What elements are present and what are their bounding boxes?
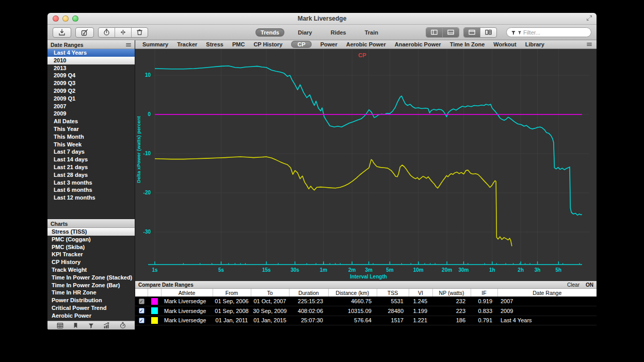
list-item[interactable]: Time In Power Zone (Stacked) <box>47 274 135 282</box>
clock-icon[interactable] <box>119 322 126 329</box>
column-header[interactable] <box>135 289 148 297</box>
list-item[interactable]: Track Weight <box>47 266 135 274</box>
menu-icon[interactable] <box>125 42 132 47</box>
list-item[interactable]: 2007 <box>47 103 135 110</box>
download-button[interactable] <box>53 27 71 38</box>
column-header[interactable]: Distance (km) <box>328 289 377 297</box>
funnel-icon[interactable] <box>88 322 94 329</box>
view-tab-trends[interactable]: Trends <box>255 28 284 37</box>
list-item[interactable]: Aerobic Power <box>47 312 135 320</box>
view-tab-train[interactable]: Train <box>360 28 383 37</box>
list-item[interactable]: 2009 Q2 <box>47 87 135 95</box>
list-item[interactable]: Last 21 days <box>47 163 135 171</box>
tab-anaerobic-power[interactable]: Anaerobic Power <box>395 41 441 47</box>
compose-button[interactable] <box>75 27 94 38</box>
cp-chart: 1s5s15s30s1m2m3m5m10m20m30m1h2h3h5hInter… <box>135 49 597 281</box>
column-header[interactable]: Athlete <box>161 289 213 297</box>
tabbar-menu-icon[interactable] <box>586 42 592 47</box>
split-button[interactable] <box>115 28 132 37</box>
column-header[interactable]: TSS <box>377 289 409 297</box>
tab-time-in-zone[interactable]: Time In Zone <box>450 41 485 47</box>
list-item[interactable]: PMC (Coggan) <box>47 236 135 243</box>
clear-button[interactable]: Clear <box>567 282 579 288</box>
tab-power[interactable]: Power <box>320 41 337 47</box>
list-item[interactable]: Last 14 days <box>47 156 135 163</box>
series-color-swatch <box>151 317 158 324</box>
tab-tracker[interactable]: Tracker <box>177 41 197 47</box>
list-item[interactable]: 2010 <box>47 57 135 64</box>
list-item[interactable]: This Year <box>47 125 135 133</box>
row-checkbox[interactable]: ✓ <box>139 299 144 304</box>
list-item[interactable]: KPI Tracker <box>47 251 135 258</box>
tab-pmc[interactable]: PMC <box>232 41 245 47</box>
chart-tabbar: SummaryTrackerStressPMCCP HistoryCPPower… <box>135 40 597 49</box>
fullscreen-icon[interactable] <box>586 15 592 21</box>
tiled-view-button[interactable] <box>480 28 496 37</box>
column-header[interactable] <box>148 289 161 297</box>
close-button[interactable] <box>53 15 59 22</box>
column-header[interactable]: From <box>213 289 251 297</box>
x-tick-label: 30s <box>291 267 299 273</box>
table-cell: 01 Oct, 2007 <box>251 297 289 306</box>
column-header[interactable]: NP (watts) <box>432 289 471 297</box>
bottompane-toggle-button[interactable] <box>443 28 459 37</box>
list-item[interactable]: PMC (Skiba) <box>47 243 135 251</box>
column-header[interactable]: Date Range <box>497 289 597 297</box>
tab-summary[interactable]: Summary <box>142 41 168 47</box>
tab-aerobic-power[interactable]: Aerobic Power <box>346 41 386 47</box>
table-cell: 186 <box>432 316 471 325</box>
tab-cp[interactable]: CP <box>291 41 311 48</box>
calendar-icon[interactable] <box>56 322 64 329</box>
date-ranges-list: Last 4 Years201020132009 Q42009 Q32009 Q… <box>47 49 135 219</box>
list-item[interactable]: 2009 Q4 <box>47 72 135 79</box>
list-item[interactable]: 2013 <box>47 64 135 72</box>
list-item[interactable]: 2009 Q1 <box>47 95 135 103</box>
table-cell: 4660.75 <box>328 297 377 306</box>
tab-stress[interactable]: Stress <box>206 41 223 47</box>
minimize-button[interactable] <box>62 15 69 22</box>
column-header[interactable]: VI <box>409 289 432 297</box>
list-item[interactable]: Time In HR Zone <box>47 289 135 297</box>
list-item[interactable]: Last 7 days <box>47 148 135 156</box>
list-item[interactable]: Time In Power Zone (Bar) <box>47 282 135 289</box>
list-item[interactable]: All Dates <box>47 118 135 125</box>
list-item[interactable]: 2009 Q3 <box>47 79 135 87</box>
stats-icon[interactable] <box>103 322 110 329</box>
list-item[interactable]: Last 4 Years <box>47 49 135 57</box>
tab-cp-history[interactable]: CP History <box>253 41 282 47</box>
list-item[interactable]: Last 12 months <box>47 194 135 202</box>
filter-input[interactable]: Filter... <box>506 27 591 37</box>
single-view-button[interactable] <box>464 28 480 37</box>
list-item[interactable]: This Week <box>47 141 135 149</box>
on-toggle[interactable]: ON <box>586 282 593 288</box>
layout-toggle-group <box>463 27 497 38</box>
sidebar-toggle-button[interactable] <box>426 28 443 37</box>
compose-icon <box>81 28 89 37</box>
column-header[interactable]: IF <box>471 289 497 297</box>
view-tab-rides[interactable]: Rides <box>326 28 351 37</box>
list-item[interactable]: Last 28 days <box>47 171 135 179</box>
trash-button[interactable] <box>132 28 148 37</box>
list-item[interactable]: Last 3 months <box>47 179 135 187</box>
list-item[interactable]: Critical Power Trend <box>47 304 135 312</box>
table-cell: 0.791 <box>471 316 497 325</box>
compare-title: Compare Date Ranges <box>138 282 194 288</box>
stopwatch-button[interactable] <box>99 28 115 37</box>
column-header[interactable]: To <box>251 289 289 297</box>
tab-workout[interactable]: Workout <box>493 41 516 47</box>
row-checkbox[interactable]: ✓ <box>139 318 144 323</box>
tiled-view-icon <box>485 29 492 36</box>
list-item[interactable]: Last 6 months <box>47 186 135 194</box>
table-cell: 5531 <box>377 297 409 306</box>
row-checkbox[interactable]: ✓ <box>139 308 144 314</box>
view-tab-diary[interactable]: Diary <box>293 28 317 37</box>
list-item[interactable]: This Month <box>47 133 135 141</box>
column-header[interactable]: Duration <box>289 289 328 297</box>
list-item[interactable]: CP History <box>47 258 135 266</box>
list-item[interactable]: 2009 <box>47 110 135 118</box>
tab-library[interactable]: Library <box>525 41 544 47</box>
zoom-button[interactable] <box>72 15 78 22</box>
bookmark-icon[interactable] <box>72 322 79 329</box>
list-item[interactable]: Stress (TISS) <box>47 228 135 236</box>
list-item[interactable]: Power Distribution <box>47 297 135 304</box>
